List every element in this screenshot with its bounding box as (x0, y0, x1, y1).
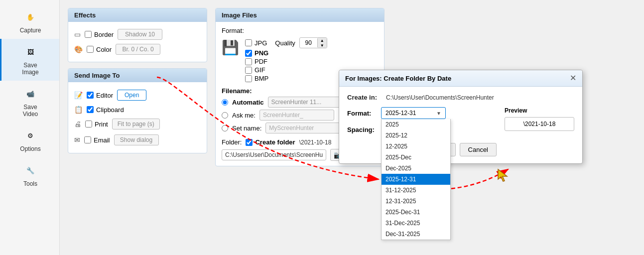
dialog-title: For Images: Create Folder By Date (345, 75, 451, 82)
create-folder-checkbox[interactable] (246, 139, 253, 146)
color-checkbox-label[interactable]: Color (87, 46, 112, 53)
dialog-format-label: Format: (347, 110, 377, 117)
quality-up-button[interactable]: ▲ (318, 38, 327, 43)
set-name-input[interactable] (265, 123, 340, 133)
sidebar-item-tools[interactable]: 🔧 Tools (0, 157, 59, 192)
send-image-header: Send Image To (68, 69, 207, 82)
dialog-left: Format: 2025-12-31 ▼ 2025 2025-12 12-202… (347, 107, 497, 156)
dialog-close-button[interactable]: ✕ (570, 74, 576, 82)
floppy-icon: 💾 (222, 39, 239, 56)
show-dialog-button[interactable]: Show dialog (114, 134, 159, 145)
tools-icon: 🔧 (22, 162, 38, 178)
dropdown-selected[interactable]: 2025-12-31 ▼ (381, 107, 446, 119)
png-checkbox[interactable] (245, 50, 252, 57)
png-label: PNG (255, 49, 268, 57)
sidebar-item-options[interactable]: ⚙ Options (0, 123, 59, 157)
email-checkbox-label[interactable]: Email (84, 136, 110, 144)
dropdown-list: 2025 2025-12 12-2025 2025-Dec Dec-2025 2… (381, 119, 451, 240)
sidebar-item-label: SaveImage (22, 62, 38, 76)
effects-body: ▭ Border Shadow 10 🎨 Color Br. 0 / Co. 0 (68, 22, 207, 62)
send-image-body: 📝 Editor Open 📋 Clipboard 🖨 (68, 82, 207, 153)
preview-box: \2021-10-18 (505, 117, 574, 131)
dropdown-option-2025-dec[interactable]: 2025-Dec (382, 152, 450, 163)
bmp-checkbox-label[interactable]: BMP (245, 75, 327, 82)
print-checkbox[interactable] (85, 121, 92, 128)
ask-me-radio[interactable] (222, 112, 228, 119)
dropdown-option-dec-2025[interactable]: Dec-2025 (382, 163, 450, 174)
color-button[interactable]: Br. 0 / Co. 0 (116, 44, 160, 55)
dropdown-option-12-2025[interactable]: 12-2025 (382, 141, 450, 152)
dropdown-option-2025[interactable]: 2025 (382, 119, 450, 130)
dropdown-option-2025-12-31[interactable]: 2025-12-31 (382, 174, 450, 185)
create-in-row: Create in: C:\Users\User\Documents\Scree… (347, 94, 574, 101)
dropdown-option-31-12-2025[interactable]: 31-12-2025 (382, 185, 450, 196)
save-video-icon: 📹 (22, 86, 38, 102)
open-button[interactable]: Open (117, 90, 146, 101)
dialog-content-row: Format: 2025-12-31 ▼ 2025 2025-12 12-202… (347, 107, 574, 156)
clipboard-checkbox-label[interactable]: Clipboard (87, 106, 124, 114)
create-folder-checkbox-label[interactable]: Create folder (246, 138, 295, 146)
print-row: 🖨 Print Fit to page (s) (74, 116, 201, 132)
pdf-checkbox[interactable] (245, 58, 252, 65)
left-column: Effects ▭ Border Shadow 10 🎨 Color (68, 8, 207, 247)
print-checkbox-label[interactable]: Print (85, 121, 108, 128)
ask-me-input[interactable] (259, 110, 334, 121)
gif-label: GIF (255, 66, 265, 74)
clipboard-icon: 📋 (74, 106, 83, 114)
ask-me-label: Ask me: (232, 112, 256, 119)
format-label: Format: (222, 27, 244, 34)
gif-checkbox-label[interactable]: GIF (245, 66, 327, 74)
cancel-button[interactable]: Cancel (460, 143, 497, 156)
sidebar-item-label: SaveVideo (23, 104, 38, 118)
color-checkbox[interactable] (87, 46, 94, 53)
sidebar-item-capture[interactable]: ✋ Capture (0, 4, 59, 39)
dropdown-option-dec-31-2025[interactable]: Dec-31-2025 (382, 229, 450, 240)
shadow-button[interactable]: Shadow 10 (118, 29, 162, 40)
dropdown-option-31-dec-2025[interactable]: 31-Dec-2025 (382, 218, 450, 229)
format-select-row: Format: 2025-12-31 ▼ 2025 2025-12 12-202… (347, 107, 497, 119)
fit-to-page-button[interactable]: Fit to page (s) (112, 119, 160, 129)
sidebar-item-label: Capture (20, 27, 41, 34)
pdf-label: PDF (255, 58, 267, 65)
create-folder-dialog: For Images: Create Folder By Date ✕ Crea… (339, 70, 583, 164)
editor-label: Editor (96, 92, 113, 99)
automatic-input[interactable]: ScreenHunter 11... (268, 97, 343, 108)
sidebar-item-save-video[interactable]: 📹 SaveVideo (0, 81, 59, 123)
folder-label: Folder: (222, 138, 242, 146)
border-icon: ▭ (74, 30, 81, 38)
spinner-buttons: ▲ ▼ (318, 38, 327, 48)
pdf-checkbox-label[interactable]: PDF (245, 58, 327, 65)
border-checkbox-label[interactable]: Border (85, 31, 114, 38)
dropdown-option-12-31-2025[interactable]: 12-31-2025 (382, 196, 450, 207)
dropdown-option-2025-12[interactable]: 2025-12 (382, 130, 450, 141)
quality-down-button[interactable]: ▼ (318, 43, 327, 48)
editor-row: 📝 Editor Open (74, 87, 201, 103)
bmp-checkbox[interactable] (245, 75, 252, 82)
jpg-checkbox-label[interactable]: JPG (245, 39, 267, 47)
spacing-label: Spacing: (347, 126, 377, 133)
automatic-label: Automatic (232, 99, 264, 106)
sidebar-item-save-image[interactable]: 🖼 SaveImage (0, 39, 59, 81)
png-checkbox-label[interactable]: PNG (245, 49, 327, 57)
dropdown-option-2025-dec-31[interactable]: 2025-Dec-31 (382, 207, 450, 218)
print-icon: 🖨 (74, 120, 81, 128)
quality-label: Quality (275, 39, 295, 47)
editor-checkbox[interactable] (87, 92, 94, 99)
automatic-radio[interactable] (222, 99, 228, 106)
email-checkbox[interactable] (84, 136, 91, 143)
svg-marker-1 (498, 169, 507, 181)
editor-checkbox-label[interactable]: Editor (87, 92, 113, 99)
border-checkbox[interactable] (85, 31, 92, 38)
bmp-label: BMP (255, 75, 268, 82)
clipboard-checkbox[interactable] (87, 106, 94, 113)
email-label: Email (94, 136, 110, 144)
send-image-panel: Send Image To 📝 Editor Open 📋 Clipboard (68, 68, 207, 153)
format-dropdown[interactable]: 2025-12-31 ▼ 2025 2025-12 12-2025 2025-D… (381, 107, 446, 119)
jpg-checkbox[interactable] (245, 39, 252, 46)
quality-spinner: 90 ▲ ▼ (299, 37, 327, 48)
gif-checkbox[interactable] (245, 67, 252, 74)
main-content: Effects ▭ Border Shadow 10 🎨 Color (60, 0, 644, 255)
set-name-radio[interactable] (222, 125, 228, 131)
jpg-quality-row: JPG Quality 90 ▲ ▼ (245, 37, 327, 48)
folder-path-input[interactable] (222, 149, 326, 160)
